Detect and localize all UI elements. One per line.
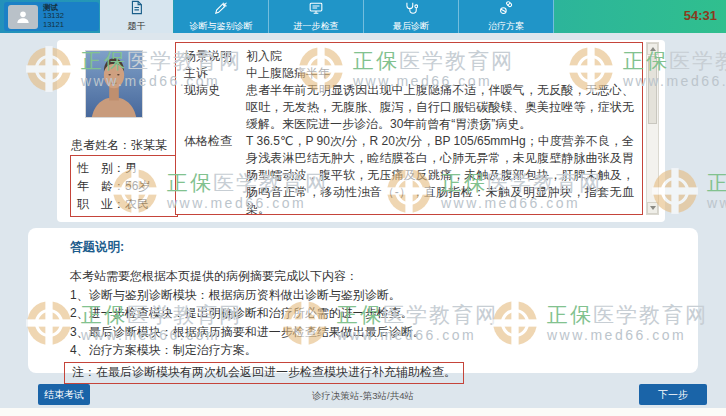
module-nav: 诊断与鉴别诊断 进一步检查 最后诊断 治疗方案 — [174, 0, 554, 33]
case-row-text: T 36.5℃，P 90次/分，R 20次/分，BP 105/65mmHg；中度… — [246, 133, 634, 215]
exam-timer: 54:31 — [684, 8, 717, 23]
topbar: 测试 13132 13121 题干 诊断与鉴别诊断 进一步检查 — [0, 0, 726, 33]
stem-tab-label: 题干 — [128, 20, 146, 33]
stethoscope-icon — [404, 1, 418, 19]
case-scrollbar[interactable] — [646, 42, 659, 215]
monitor-icon — [309, 1, 323, 19]
patient-photo — [85, 50, 143, 118]
case-row-text: 患者半年前无明显诱因出现中上腹隐痛不适，伴嗳气，无反酸，无恶心、呕吐，无发热，无… — [246, 82, 634, 133]
instructions-card: 答题说明: 本考站需要您根据本页提供的病例摘要完成以下内容： 1、诊断与鉴别诊断… — [28, 228, 698, 373]
case-row-present-illness: 现病史 患者半年前无明显诱因出现中上腹隐痛不适，伴嗳气，无反酸，无恶心、呕吐，无… — [184, 82, 634, 133]
bottom-strip — [0, 408, 726, 416]
patient-name-row: 患者姓名：张某某 — [71, 137, 167, 154]
instruction-item-1: 1、诊断与鉴别诊断模块：根据病历资料做出诊断与鉴别诊断。 — [70, 286, 684, 305]
case-row-label: 现病史 — [184, 82, 246, 133]
instructions-intro: 本考站需要您根据本页提供的病例摘要完成以下内容： — [70, 267, 684, 286]
case-row-text: 中上腹隐痛半年 — [246, 65, 634, 82]
case-row-chief-complaint: 主诉 中上腹隐痛半年 — [184, 65, 634, 82]
instruction-item-4: 4、治疗方案模块：制定治疗方案。 — [70, 341, 684, 360]
nav-final-diagnosis-button[interactable]: 最后诊断 — [364, 0, 459, 33]
field-label: 职 业： — [77, 195, 125, 213]
field-label: 年 龄： — [77, 177, 125, 195]
user-chip: 测试 13132 13121 — [4, 2, 99, 31]
next-step-button[interactable]: 下一步 — [639, 384, 707, 405]
nav-label: 进一步检查 — [294, 20, 339, 33]
user-id-2: 13121 — [43, 21, 64, 30]
scrollbar-thumb[interactable] — [648, 56, 657, 124]
nav-diagnosis-button[interactable]: 诊断与鉴别诊断 — [174, 0, 269, 33]
nav-treatment-button[interactable]: 治疗方案 — [459, 0, 554, 33]
case-row-label: 体格检查 — [184, 133, 246, 215]
stem-tab[interactable]: 题干 — [100, 0, 173, 33]
pencil-x-icon — [214, 1, 228, 19]
case-row-text: 初入院 — [246, 48, 634, 65]
field-value: 农民 — [125, 195, 149, 213]
footer-bar: 结束考试 诊疗决策站-第3站/共4站 下一步 — [0, 378, 726, 408]
case-row-scene: 场景说明 初入院 — [184, 48, 634, 65]
exam-screen: 测试 13132 13121 题干 诊断与鉴别诊断 进一步检查 — [0, 0, 726, 416]
instruction-item-2: 2、进一步检查模块：提出明确诊断和治疗所必需的进一步检查。 — [70, 304, 684, 323]
nav-label: 治疗方案 — [488, 20, 524, 33]
case-row-physical-exam: 体格检查 T 36.5℃，P 90次/分，R 20次/分，BP 105/65mm… — [184, 133, 634, 215]
patient-name-value: 张某某 — [131, 138, 167, 152]
patient-name-label: 患者姓名： — [71, 138, 131, 152]
field-label: 性 别： — [77, 159, 125, 177]
nav-further-exam-button[interactable]: 进一步检查 — [269, 0, 364, 33]
case-card: 患者姓名：张某某 性 别：男 年 龄：56岁 职 业：农民 场景说明 初入院 主… — [57, 40, 665, 222]
field-value: 56岁 — [125, 177, 150, 195]
patient-occupation-row: 职 业：农民 — [77, 195, 171, 213]
field-value: 男 — [125, 159, 137, 177]
pills-icon — [499, 1, 513, 19]
instruction-item-3: 3、最后诊断模块：根据病历摘要和进一步检查结果做出最后诊断。 — [70, 323, 684, 342]
patient-gender-row: 性 别：男 — [77, 159, 171, 177]
patient-age-row: 年 龄：56岁 — [77, 177, 171, 195]
instructions-title: 答题说明: — [70, 239, 684, 256]
case-row-label: 场景说明 — [184, 48, 246, 65]
scroll-up-icon[interactable] — [647, 43, 658, 55]
document-icon — [130, 0, 143, 19]
case-row-label: 主诉 — [184, 65, 246, 82]
patient-fields-box: 性 别：男 年 龄：56岁 职 业：农民 — [70, 155, 178, 217]
user-avatar-icon — [8, 5, 38, 29]
nav-label: 诊断与鉴别诊断 — [190, 20, 253, 33]
station-progress-label: 诊疗决策站-第3站/共4站 — [0, 390, 726, 403]
nav-label: 最后诊断 — [393, 20, 429, 33]
case-summary-panel: 场景说明 初入院 主诉 中上腹隐痛半年 现病史 患者半年前无明显诱因出现中上腹隐… — [175, 42, 643, 215]
scroll-down-icon[interactable] — [647, 202, 658, 214]
